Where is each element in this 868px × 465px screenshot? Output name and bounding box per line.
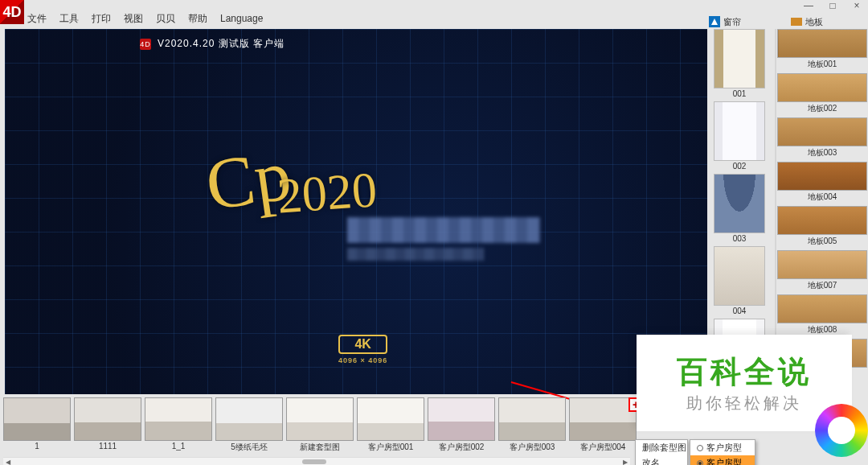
badge-4k: 4K 4096 × 4096	[338, 335, 387, 364]
room-thumb[interactable]: 客户房型004	[569, 397, 637, 453]
floor-item[interactable]: 地板007	[776, 250, 868, 294]
splash-logo: Cp2020	[203, 135, 416, 208]
room-label: 客户房型003	[510, 441, 555, 453]
watermark-title: 百科全说	[677, 352, 812, 393]
floor-thumb	[777, 162, 867, 191]
floor-title: 地板	[805, 16, 823, 28]
version-logo-icon: 4D	[140, 39, 151, 50]
curtain-item[interactable]: 001	[709, 29, 770, 100]
room-thumb[interactable]: 客户房型002	[428, 397, 495, 453]
title-bar: — □ ×	[0, 0, 868, 11]
roomtype-label: 客户房型	[706, 457, 742, 465]
restore-button[interactable]: □	[826, 0, 839, 11]
curtain-label: 004	[733, 306, 747, 317]
version-tag: 4D V2020.4.20 测试版 客户端	[140, 37, 285, 51]
room-thumb[interactable]: 1111	[74, 397, 141, 451]
room-label: 客户房型002	[439, 441, 485, 453]
scroll-thumb[interactable]	[302, 459, 326, 464]
room-label: 客户房型001	[368, 441, 414, 453]
room-thumb[interactable]: 1	[3, 397, 71, 451]
app-logo: 4D	[0, 0, 24, 24]
floor-item[interactable]: 地板008	[776, 294, 868, 339]
room-image	[215, 397, 283, 441]
horizontal-scrollbar[interactable]: ◀ ▶	[3, 457, 630, 465]
curtain-panel-header[interactable]: 窗帘	[709, 16, 773, 27]
room-thumb[interactable]: 5缕纸毛坯	[215, 397, 283, 453]
curtain-title: 窗帘	[723, 16, 741, 28]
floor-item[interactable]: 地板002	[776, 73, 868, 117]
floor-item[interactable]: 地板004	[776, 162, 868, 206]
room-label: 1	[35, 441, 39, 451]
floor-label: 地板004	[808, 191, 837, 204]
floor-icon	[791, 18, 802, 26]
curtain-label: 003	[733, 233, 747, 245]
menu-tools[interactable]: 工具	[59, 12, 79, 26]
room-thumb[interactable]: 新建套型图	[286, 397, 354, 453]
censored-splash-2	[347, 248, 484, 261]
menu-help[interactable]: 帮助	[188, 12, 207, 26]
room-label: 客户房型004	[580, 441, 626, 453]
ctx-rename[interactable]: 改名	[636, 455, 687, 465]
badge-4k-res: 4096 × 4096	[338, 356, 387, 364]
floor-panel-header[interactable]: 地板	[791, 16, 855, 27]
menu-language[interactable]: Language	[220, 13, 263, 24]
censored-splash-1	[347, 217, 540, 243]
badge-4k-text: 4K	[338, 335, 387, 354]
curtain-item[interactable]: 004	[709, 246, 770, 317]
scroll-left-icon[interactable]: ◀	[3, 458, 13, 465]
curtain-thumb	[714, 174, 765, 233]
room-label: 5缕纸毛坯	[231, 441, 268, 453]
curtain-icon	[709, 16, 720, 27]
curtain-thumb	[714, 246, 765, 306]
radio-icon	[697, 445, 703, 451]
menu-file[interactable]: 文件	[27, 12, 47, 26]
room-thumb[interactable]: 客户房型003	[498, 397, 566, 453]
room-image	[286, 397, 354, 441]
floor-label: 地板007	[808, 279, 837, 292]
floor-label: 地板002	[808, 102, 837, 115]
floor-thumb	[777, 250, 867, 279]
floor-item[interactable]: 地板005	[776, 206, 868, 250]
menu-bar: 文件 工具 打印 视图 贝贝 帮助 Language	[27, 11, 263, 26]
floor-thumb	[777, 117, 867, 146]
menu-beibei[interactable]: 贝贝	[156, 12, 175, 26]
version-text: V2020.4.20 测试版 客户端	[158, 37, 285, 51]
roomtype-option-1[interactable]: 客户房型	[690, 440, 755, 455]
floor-item[interactable]: 地板001	[776, 29, 868, 73]
floor-thumb	[777, 73, 867, 102]
floor-thumb	[777, 29, 867, 58]
room-image	[145, 397, 212, 441]
room-image	[357, 397, 424, 441]
menu-print[interactable]: 打印	[92, 12, 111, 26]
curtain-thumb	[714, 101, 765, 161]
color-wheel[interactable]	[815, 404, 868, 457]
room-label: 1111	[99, 441, 117, 451]
curtain-item[interactable]: 003	[709, 174, 770, 245]
floor-label: 地板001	[808, 58, 837, 71]
ctx-delete-layout[interactable]: 删除套型图	[636, 440, 687, 455]
context-menu: 删除套型图 改名	[635, 439, 688, 465]
roomtype-option-2[interactable]: 客户房型	[690, 455, 755, 465]
menu-view[interactable]: 视图	[124, 12, 143, 26]
close-button[interactable]: ×	[850, 0, 863, 11]
curtain-label: 002	[733, 161, 747, 172]
curtain-thumb	[714, 29, 765, 88]
floor-thumb	[777, 206, 867, 235]
floor-label: 地板003	[808, 146, 837, 159]
minimize-button[interactable]: —	[802, 0, 815, 11]
radio-icon	[697, 460, 703, 466]
room-thumb[interactable]: 客户房型001	[357, 397, 424, 453]
room-image	[569, 397, 637, 441]
main-canvas[interactable]: 4D V2020.4.20 测试版 客户端 Cp2020 4K 4096 × 4…	[5, 29, 707, 394]
roomtype-label: 客户房型	[706, 442, 742, 454]
room-thumb[interactable]: 1_1	[145, 397, 212, 451]
room-image	[74, 397, 141, 441]
floor-thumb	[777, 294, 867, 323]
room-label: 1_1	[172, 441, 186, 451]
scroll-right-icon[interactable]: ▶	[620, 458, 630, 465]
room-image	[498, 397, 566, 441]
room-label: 新建套型图	[300, 441, 340, 453]
curtain-item[interactable]: 002	[709, 101, 770, 172]
floor-item[interactable]: 地板003	[776, 117, 868, 162]
room-image	[3, 397, 71, 441]
